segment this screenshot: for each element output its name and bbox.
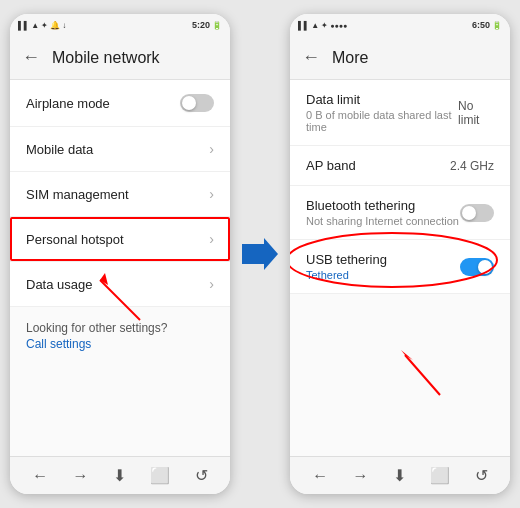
ap-band-label: AP band [306,158,356,173]
nav-square-left[interactable]: ⬜ [150,466,170,485]
chevron-icon-hotspot: › [209,231,214,247]
notification-icon: 🔔 [50,21,60,30]
call-settings-link[interactable]: Call settings [26,337,214,351]
menu-item-data-usage[interactable]: Data usage › [10,262,230,307]
ap-band-value: 2.4 GHz [450,159,494,173]
usb-tethering-subtitle: Tethered [306,269,387,281]
menu-item-ap-band[interactable]: AP band 2.4 GHz [290,146,510,186]
status-icons-left: ▌▌ ▲ ✦ 🔔 ↓ [18,21,66,30]
hotspot-label: Personal hotspot [26,232,124,247]
usb-tethering-label: USB tethering [306,252,387,267]
menu-item-sim[interactable]: SIM management › [10,172,230,217]
time-display-right: 6:50 [472,20,490,30]
menu-item-hotspot[interactable]: Personal hotspot › [10,217,230,262]
chevron-icon-mobile-data: › [209,141,214,157]
wifi-icon: ▲ [31,21,39,30]
nav-download-right[interactable]: ⬇ [393,466,406,485]
sim-label: SIM management [26,187,129,202]
bt-icon-r: ✦ [321,21,328,30]
time-display-left: 5:20 [192,20,210,30]
nav-forward-right[interactable]: → [353,467,369,485]
battery-icon-left: 🔋 [212,21,222,30]
page-title-right: More [332,49,368,67]
signal-icon: ▌▌ [18,21,29,30]
mobile-data-label: Mobile data [26,142,93,157]
footer-text: Looking for other settings? [26,321,214,335]
wifi-icon-r: ▲ [311,21,319,30]
toggle-knob-bt [462,206,476,220]
bt-tethering-subtitle: Not sharing Internet connection [306,215,459,227]
signal-icon-r: ▌▌ [298,21,309,30]
back-button-right[interactable]: ← [302,47,320,68]
airplane-toggle[interactable] [180,94,214,112]
data-limit-value: No limit [458,99,494,127]
nav-refresh-left[interactable]: ↺ [195,466,208,485]
nav-forward-left[interactable]: → [73,467,89,485]
chevron-icon-data-usage: › [209,276,214,292]
airplane-label: Airplane mode [26,96,110,111]
status-bar-right: ▌▌ ▲ ✦ ●●●● 6:50 🔋 [290,14,510,36]
right-content: Data limit 0 B of mobile data shared las… [290,80,510,456]
svg-marker-2 [242,238,278,270]
status-icons-right-right: 6:50 🔋 [472,20,502,30]
usb-tethering-toggle[interactable] [460,258,494,276]
left-phone: ▌▌ ▲ ✦ 🔔 ↓ 5:20 🔋 ← Mobile network Airpl… [10,14,230,494]
status-icons-right: 5:20 🔋 [192,20,222,30]
nav-download-left[interactable]: ⬇ [113,466,126,485]
right-header: ← More [290,36,510,80]
battery-icon-right: 🔋 [492,21,502,30]
red-annotation-arrow-right [390,340,450,400]
bt-tethering-toggle[interactable] [460,204,494,222]
nav-refresh-right[interactable]: ↺ [475,466,488,485]
nav-back-left[interactable]: ← [32,467,48,485]
chevron-icon-sim: › [209,186,214,202]
menu-item-data-limit[interactable]: Data limit 0 B of mobile data shared las… [290,80,510,146]
left-header: ← Mobile network [10,36,230,80]
right-phone: ▌▌ ▲ ✦ ●●●● 6:50 🔋 ← More Data limit 0 B… [290,14,510,494]
status-bar-left: ▌▌ ▲ ✦ 🔔 ↓ 5:20 🔋 [10,14,230,36]
page-title-left: Mobile network [52,49,160,67]
left-content: Airplane mode Mobile data › SIM manageme… [10,80,230,456]
footer-section: Looking for other settings? Call setting… [10,307,230,365]
dots-icon-r: ●●●● [330,22,347,29]
status-icons-right-left: ▌▌ ▲ ✦ ●●●● [298,21,347,30]
bt-tethering-label: Bluetooth tethering [306,198,459,213]
data-limit-label: Data limit [306,92,458,107]
nav-square-right[interactable]: ⬜ [430,466,450,485]
footer-nav-left: ← → ⬇ ⬜ ↺ [10,456,230,494]
nav-back-right[interactable]: ← [312,467,328,485]
menu-item-usb-tethering[interactable]: USB tethering Tethered [290,240,510,294]
blue-arrow-divider [242,236,278,272]
svg-marker-5 [401,350,413,360]
footer-nav-right: ← → ⬇ ⬜ ↺ [290,456,510,494]
data-limit-subtitle: 0 B of mobile data shared last time [306,109,458,133]
svg-line-4 [405,355,440,395]
bt-icon: ✦ [41,21,48,30]
download-icon: ↓ [62,21,66,30]
menu-item-airplane[interactable]: Airplane mode [10,80,230,127]
menu-item-mobile-data[interactable]: Mobile data › [10,127,230,172]
back-button-left[interactable]: ← [22,47,40,68]
blue-arrow-svg [242,236,278,272]
data-usage-label: Data usage [26,277,93,292]
toggle-knob-airplane [182,96,196,110]
toggle-knob-usb [478,260,492,274]
menu-item-bt-tethering[interactable]: Bluetooth tethering Not sharing Internet… [290,186,510,240]
